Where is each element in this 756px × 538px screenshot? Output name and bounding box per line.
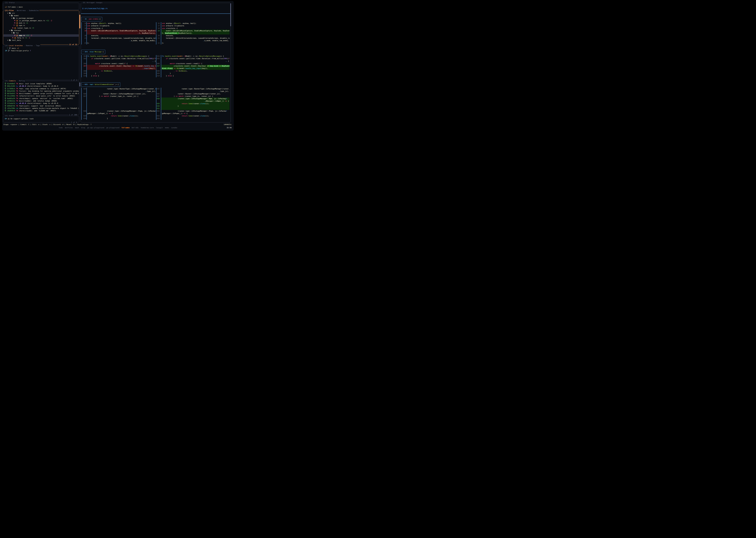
diff-row[interactable]: … {… { [81,60,229,63]
diff-code [87,100,156,102]
commit-row[interactable]: c91af98b re chore(deps): update bnjbvr/c… [3,107,79,109]
diff-row[interactable]: 687 ) => match (runner_type_js, runner_j… [81,95,229,97]
stash-row[interactable]: 5M On support-gotask: task [3,118,79,120]
commit-row[interactable]: 60bc5284 ky v0.66.0 chore(release): bump… [3,85,79,87]
wrap-arrow-icon: … [142,68,144,70]
diff-row[interactable]: 688 (runner_type::JsPackageManager::Npm,… [81,97,229,100]
diff-file-header[interactable]: Δ src/usecase/tui/app.rs [82,7,108,10]
diff-row[interactable]: …w_mode, enable_raw_mode},…w_mode, enabl… [81,39,229,42]
diff-row[interactable]: 304fn handle_event(model: &Model) -> io:… [81,55,229,57]
diff-row[interactable]: 17use arboard::Clipboard;17use arboard::… [81,25,229,27]
commit-row[interactable]: b09b8756 TK feat(just): support `mod` di… [3,105,79,107]
commit-row[interactable]: 069a9304 TK fix(ui): key binding for ope… [3,90,79,92]
status-branch-line[interactable]: ↓2 fzf-make → main [5,6,23,8]
tmux-session-tab[interactable]: dash [75,127,79,129]
commit-message: chore(release): bump to v0.65.0 [27,102,58,104]
tmux-session-tab[interactable]: dotfiles [65,127,73,129]
diff-row[interactable]: 685 runner_type::RunnerType::JsPackageMa… [81,88,229,90]
diff-row[interactable]: …eManager::JsNpm(_)) => { [81,100,229,102]
file-tree-row[interactable]: M R js_package_manager_main.rs +11 -2 [3,20,79,22]
diff-row[interactable]: 690 }694 } [81,117,229,120]
diff-line-number: 17 [81,25,86,27]
unstaged-changes-panel: [0]-Unstaged changes Δ src/usecase/tui/a… [81,3,231,123]
tmux-session-tab[interactable]: go-playground [106,127,119,129]
diff-row[interactable]: 689 return Some(runner.clone());693 retu… [81,115,229,117]
files-scrollbar-thumb[interactable] [80,15,80,28]
tmux-session-tab[interactable]: todo [59,127,63,129]
tmux-session-tab[interactable]: go-api-playground [87,127,104,129]
diff-row[interactable]: 686 runner::Runner::JsPackageManager(run… [81,93,229,95]
file-tree-row[interactable]: M R app.rs +11 -3 [3,34,79,37]
diff-line-number: 16 [81,22,86,25]
commit-row[interactable]: 0a483a39 TK chore(deps): update `edition… [3,97,79,100]
tmux-session-tab[interactable]: homebrew-core [141,127,154,129]
diff-row[interactable]: 20 execute,20 execute, [81,34,229,37]
commit-row[interactable]: ad38b2ea TK docs(readme): add ratatui ba… [3,100,79,102]
tmux-session-tab[interactable]: bbf-k8s [132,127,139,129]
diff-file-path: src/usecase/tui/app.rs [84,7,108,10]
diff-line-number [81,32,86,34]
diff-row[interactable]: 19 event::{DisableMouseCapture, EnableMo… [81,29,229,32]
file-tree-row[interactable]: M R mod.rs +1 [3,22,79,24]
commit-row[interactable]: 06f9e643 TK docs(readme): update cargo i… [3,92,79,95]
hunk-header[interactable]: • 304: enum Message { [81,50,105,54]
diff-row[interactable]: …t, KeyModifiers},t, KeyEventKind, KeyMo… [81,32,229,34]
file-tree-row[interactable]: ▼ src [3,12,79,15]
file-tree-row[interactable]: ▼ tui [3,32,79,34]
commit-row[interactable]: 221adafd ky v0.65.0 chore(release): bump… [3,102,79,104]
diff-row[interactable]: 307 crossterm::event::Event::Key(key) =>… [81,65,229,67]
diff-line-number: 692 [155,110,160,112]
diff-row[interactable]: 309 }309 } [81,72,229,75]
diff-row[interactable]: 691 [81,107,229,110]
commit-row[interactable]: 53c2399d TK refactor(error): move`panic_… [3,95,79,97]
commit-message: chore(deps): update `edition` in `rustfm… [19,97,73,99]
hunk-header[interactable]: • 16: use crate::{ [81,17,102,21]
tmux-session-tab[interactable]: sunaba [171,127,177,129]
diff-row[interactable]: 310 } else {310 } else { [81,75,229,77]
diff-row[interactable]: 305 if crossterm::event::poll(std::time:… [81,57,229,60]
diff-row[interactable]: geManager::JsPnpm(_)) => {geManager::JsP… [81,112,229,115]
commit-row[interactable]: 2c7898cb TK feat: copy selected command … [3,87,79,90]
diff-row[interactable]: 18use crossterm::{18use crossterm::{ [81,27,229,29]
tmux-session-tab[interactable]: blog [81,127,85,129]
files-panel: [2]-Files - Worktrees - Submodules ▼ src… [3,11,79,45]
diff-scrollbar-thumb[interactable] [230,3,231,26]
commit-hash: c0a850c0 [6,110,16,112]
commit-row[interactable]: 62a4d0e5 TK docs: init issue templates (… [3,82,79,85]
file-tree-row[interactable]: M R help.rs +1 -1 [3,37,79,39]
tmux-session-tab[interactable]: lazygit [156,127,163,129]
hunk-header[interactable]: • 685: impl SelectCommandState<'_> { [81,82,120,87]
file-tree-row[interactable]: M R runner_type.rs +5 [3,27,79,29]
diff-line-number: 310 [81,75,86,77]
commits-scrollbar-thumb[interactable] [80,82,80,86]
branch-row[interactable]: 1M feat/recipe-prefix ? [3,50,79,52]
diff-row[interactable]: 308 _ => Ok(None),308 _ => Ok(None), [81,70,229,72]
diff-row[interactable]: 22};22}; [81,42,229,44]
tmux-session-tab[interactable]: fzf-make [122,127,130,129]
commit-icon [5,110,6,112]
diff-line-number: 18 [81,27,86,29]
branch-row[interactable]: * main ↓2 [3,47,79,50]
file-tree-row[interactable]: ▼ js_package_manager [3,17,79,20]
diff-row[interactable]: 306 match crossterm::event::read()? {306… [81,63,229,65]
file-tree-row[interactable]: ?? R npm.rs [3,24,79,27]
diff-row[interactable]: 688 (runner_type::JsPackageManager::Pnpm… [81,110,229,112]
diff-line-number: 694 [155,117,160,120]
file-tree-row[interactable]: ▼ test_data [3,39,79,42]
diff-row[interactable]: …input(key)),Kind::Press => Ok(model.han… [81,67,229,70]
folder-icon [9,13,11,14]
file-tree-row[interactable]: ▼ model [3,15,79,17]
diff-line-number: 691 [155,107,160,110]
diff-row[interactable]: 690 } [81,105,229,107]
hunk-rows: 16use anyhow::{Result, anyhow, bail};16u… [81,22,229,44]
commit-row[interactable]: c0a850c0 TK chore(claude): add `CLAUDE.m… [3,109,79,112]
diff-code: } [161,72,230,75]
diff-row[interactable]: 21 terminal::{EnterAlternateScreen, Leav… [81,37,229,39]
diff-row[interactable]: 16use anyhow::{Result, anyhow, bail};16u… [81,22,229,25]
tmux-session-tab[interactable]: memo [165,127,169,129]
file-tree-row[interactable]: ▼ usecase [3,29,79,32]
diff-row[interactable]: …type_js),…type_js), [81,90,229,92]
diff-row[interactable]: 689 return Some(runner.clone()); [81,102,229,105]
diff-code [87,105,156,107]
branch-icon [9,48,11,50]
